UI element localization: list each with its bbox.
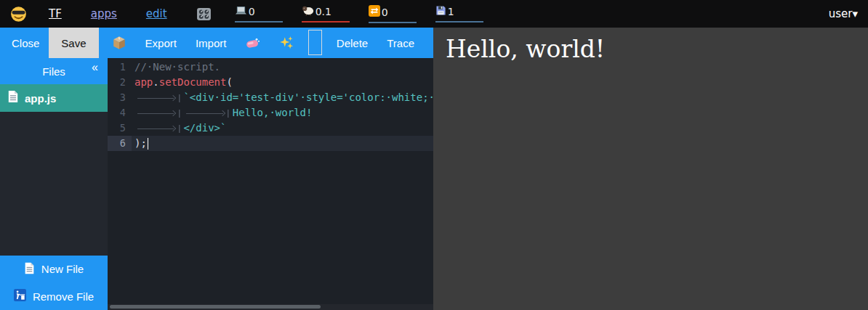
line-number: 2 xyxy=(108,75,132,90)
line-number-gutter: 123456 xyxy=(108,58,132,310)
stat-field-repeat: 0 xyxy=(369,5,417,23)
code-line-6: ); xyxy=(132,136,433,151)
hello-world-text: Hello, world! xyxy=(446,34,868,64)
file-page-icon xyxy=(7,90,19,106)
code-token: . xyxy=(153,76,158,88)
tab-indicator-icon xyxy=(134,93,183,103)
code-token: Hello,·world! xyxy=(233,107,313,118)
code-line-1: //·New·script. xyxy=(132,60,433,75)
sidebar-empty-space xyxy=(0,112,108,256)
line-number: 4 xyxy=(108,105,132,121)
stat-value: 0 xyxy=(382,7,388,17)
control-knobs-icon[interactable] xyxy=(196,7,212,22)
editor-toolbar: Close Save Export Import xyxy=(0,28,433,58)
horizontal-scrollbar-track xyxy=(108,304,433,310)
files-title: Files xyxy=(42,65,65,78)
code-token: app xyxy=(134,76,153,88)
laptop-icon xyxy=(235,5,247,19)
nav-link-tf[interactable]: TF xyxy=(49,7,62,20)
toolbar-empty-slot[interactable] xyxy=(308,30,321,55)
line-number: 3 xyxy=(108,90,132,105)
files-sidebar: Files « xyxy=(0,58,108,310)
new-file-button[interactable]: New File xyxy=(0,256,108,282)
line-number: 6 xyxy=(108,136,132,151)
delete-button[interactable]: Delete xyxy=(337,28,368,58)
collapse-sidebar-button[interactable]: « xyxy=(92,61,98,74)
code-line-5: </div>` xyxy=(132,121,433,136)
line-number: 5 xyxy=(108,121,132,136)
topbar: TF apps edit 00.101 user▾ xyxy=(0,0,868,28)
nav-link-edit[interactable]: edit xyxy=(146,7,167,20)
lower-region: Close Save Export Import xyxy=(0,28,868,310)
code-line-2: app.setDocument( xyxy=(132,75,433,90)
code-token: </div>` xyxy=(183,122,226,134)
code-area: //·New·script.app.setDocument(`<div·id='… xyxy=(132,58,433,310)
file-item-appjs[interactable]: app.js xyxy=(0,84,108,112)
smiley-sunglasses-icon[interactable] xyxy=(10,6,27,23)
text-cursor xyxy=(148,138,149,150)
nav-link-apps[interactable]: apps xyxy=(91,7,117,20)
line-number: 1 xyxy=(108,60,132,75)
remove-file-button[interactable]: Remove File xyxy=(0,282,108,310)
stat-field-floppy: 1 xyxy=(435,5,483,23)
code-token: ); xyxy=(134,137,147,149)
tab-indicator-icon xyxy=(134,108,183,118)
workspace: Files « xyxy=(0,58,433,310)
trace-button[interactable]: Trace xyxy=(387,28,414,58)
stat-field-ram: 0.1 xyxy=(302,5,350,23)
litter-bin-icon xyxy=(14,289,26,303)
repeat-icon xyxy=(369,5,380,20)
files-header: Files « xyxy=(0,58,108,84)
floppy-icon xyxy=(435,5,446,19)
code-token: setDocument xyxy=(159,76,227,88)
code-token: ( xyxy=(226,76,232,88)
new-file-label: New File xyxy=(41,263,84,275)
user-menu[interactable]: user▾ xyxy=(829,7,858,20)
code-line-4: Hello,·world! xyxy=(132,105,433,121)
code-line-3: `<div·id='test-div'·style='color:·white;… xyxy=(132,90,433,105)
sparkles-icon[interactable] xyxy=(279,28,294,58)
stat-value: 0 xyxy=(249,7,255,17)
import-button[interactable]: Import xyxy=(196,28,227,58)
code-token: `<div·id='test-div'·style='color:·white;… xyxy=(183,91,433,103)
code-token: //·New·script. xyxy=(134,61,220,73)
remove-file-label: Remove File xyxy=(33,290,94,303)
tab-indicator-icon xyxy=(183,108,232,118)
soap-icon[interactable] xyxy=(245,28,260,58)
app-screen: TF apps edit 00.101 user▾ Close xyxy=(0,0,868,310)
package-icon[interactable] xyxy=(112,28,126,58)
save-button[interactable]: Save xyxy=(49,28,98,58)
tab-indicator-icon xyxy=(134,123,183,134)
editor-region: Close Save Export Import xyxy=(0,28,433,310)
close-button[interactable]: Close xyxy=(12,28,39,58)
export-button[interactable]: Export xyxy=(145,28,177,58)
file-name: app.js xyxy=(25,92,56,105)
resource-stats: 00.101 xyxy=(235,5,483,23)
code-editor[interactable]: 123456 //·New·script.app.setDocument(`<d… xyxy=(108,58,433,310)
horizontal-scrollbar-thumb[interactable] xyxy=(110,305,321,309)
new-file-page-icon xyxy=(24,262,35,277)
stat-value: 1 xyxy=(448,7,454,17)
stat-field-laptop: 0 xyxy=(235,5,283,23)
ram-icon xyxy=(302,5,314,19)
stat-value: 0.1 xyxy=(316,7,331,17)
app-preview-pane: Hello, world! xyxy=(433,28,868,310)
